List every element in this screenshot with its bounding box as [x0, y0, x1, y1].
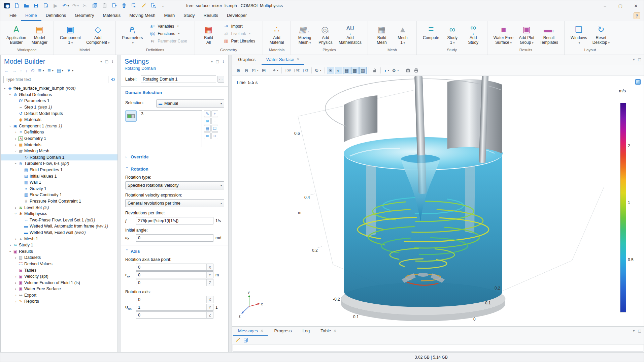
- tree-item-tables[interactable]: ›⊞ Tables: [1, 267, 117, 273]
- add-material-button[interactable]: ∴ Add Material: [266, 23, 287, 46]
- tree-item-wall-1[interactable]: ›▥ Wall 1: [1, 179, 117, 186]
- environment-reflections-icon[interactable]: ◐: [335, 67, 342, 74]
- tab-messages[interactable]: Messages✕: [233, 327, 268, 336]
- add-plot-group-button[interactable]: ▣ Add Plot Group▾: [516, 23, 537, 46]
- clear-brush-icon[interactable]: [140, 2, 147, 9]
- menu-tab-developer[interactable]: Developer: [223, 11, 251, 21]
- view-yz-icon[interactable]: ↑yz: [293, 67, 301, 74]
- tree-item-free-surface-mixer-ls-mph[interactable]: ›◈ free_surface_mixer_ls.mph(root): [1, 85, 117, 92]
- build-mesh-button[interactable]: ▦ Build Mesh: [371, 23, 392, 46]
- float-panel-icon[interactable]: ▢: [105, 59, 108, 64]
- deselect-icon[interactable]: ⊙: [211, 132, 218, 139]
- box-select-icon[interactable]: [130, 2, 137, 9]
- application-builder-button[interactable]: A Application Builder: [4, 23, 29, 46]
- show-icon[interactable]: ⊙: [30, 67, 36, 74]
- close-button[interactable]: ✕: [628, 0, 644, 11]
- parameter-case-button[interactable]: PiParameter Case: [147, 38, 189, 44]
- collapse-arrow-icon[interactable]: ›: [14, 149, 18, 153]
- tree-item-level-set[interactable]: ›≋ Level Set(ls): [1, 204, 117, 211]
- menu-tab-results[interactable]: Results: [199, 11, 223, 21]
- tree-item-study-1[interactable]: ›∞ Study 1: [1, 242, 117, 248]
- undo-icon[interactable]: ↶▾: [62, 2, 69, 9]
- expand-arrow-icon[interactable]: ›: [13, 293, 18, 297]
- filter-input[interactable]: [3, 76, 108, 83]
- tree-item-initial-values-1[interactable]: ›▤ Initial Values 1: [1, 173, 117, 179]
- selection-colors-icon[interactable]: ▨: [359, 67, 367, 74]
- float-panel-icon[interactable]: ▢: [638, 329, 641, 333]
- toolbar-overflow-icon[interactable]: ⌄: [159, 2, 167, 9]
- print-icon[interactable]: [412, 67, 420, 74]
- play-icon[interactable]: ▶: [52, 2, 59, 9]
- menu-tab-home[interactable]: Home: [21, 11, 41, 21]
- tree-item-component-1[interactable]: ›▣ Component 1(comp 1): [1, 123, 117, 129]
- nav-back-icon[interactable]: ←: [3, 67, 10, 74]
- menu-tab-definitions[interactable]: Definitions: [41, 11, 71, 21]
- tab-progress[interactable]: Progress: [269, 327, 296, 336]
- component-1-button[interactable]: ▣ Component 1▾: [57, 23, 83, 46]
- redo-icon[interactable]: ↷▾: [71, 2, 79, 9]
- tree-item-wetted-wall-fixed-wall[interactable]: ›▬ Wetted Wall, Fixed wall(ww2): [1, 230, 117, 236]
- rotation-axis-y-input[interactable]: [136, 304, 213, 311]
- axis-header[interactable]: Axis: [131, 249, 140, 254]
- expand-arrow-icon[interactable]: ›: [13, 274, 18, 278]
- tab-graphics[interactable]: Graphics: [233, 55, 260, 65]
- tree-item-parameters-1[interactable]: ›Pi Parameters 1: [1, 98, 117, 104]
- go-to-default-view-icon[interactable]: ⌖▾: [272, 67, 279, 74]
- selection-dropdown[interactable]: ▬ Manual ▾: [156, 99, 224, 108]
- zoom-in-icon[interactable]: ⊕: [235, 67, 242, 74]
- collapse-arrow-icon[interactable]: ›: [14, 161, 18, 166]
- collapse-arrow-icon[interactable]: ›: [14, 212, 18, 216]
- tree-item-mesh-1[interactable]: ›▲ Mesh 1: [1, 236, 117, 242]
- float-panel-icon[interactable]: ▢: [215, 59, 219, 64]
- duplicate-icon[interactable]: [110, 2, 118, 9]
- rotation-axis-x-input[interactable]: [136, 296, 213, 303]
- help-button[interactable]: ?: [634, 12, 640, 19]
- tree-item-definitions[interactable]: ›≡ Definitions: [1, 129, 117, 135]
- tree-item-two-phase-flow-level-set-1[interactable]: ›∽ Two-Phase Flow, Level Set 1(tpf1): [1, 217, 117, 223]
- minimize-button[interactable]: –: [597, 0, 613, 11]
- collapse-arrow-icon[interactable]: ›: [8, 249, 12, 253]
- snapshot-icon[interactable]: [404, 67, 412, 74]
- tree-item-step-1[interactable]: ›⌐ Step 1(step 1): [1, 104, 117, 111]
- app-logo-icon[interactable]: [3, 2, 10, 9]
- scene-light-icon[interactable]: ☀: [327, 67, 334, 74]
- tree-item-volume-fraction-of-fluid-1-ls[interactable]: ›▣ Volume Fraction of Fluid 1 (ls): [1, 279, 117, 286]
- menu-tab-study[interactable]: Study: [179, 11, 199, 21]
- tree-item-reports[interactable]: ›✎ Reports: [1, 298, 117, 305]
- selection-list[interactable]: 3: [139, 110, 202, 147]
- tree-item-export[interactable]: ›↦ Export: [1, 292, 117, 299]
- menu-tab-materials[interactable]: Materials: [98, 11, 125, 21]
- menu-tab-file[interactable]: File: [5, 11, 21, 21]
- study-1-button[interactable]: ∞ Study 1▾: [442, 23, 463, 46]
- windows-button[interactable]: ❏ Windows ▾: [568, 23, 590, 46]
- show-grid-icon[interactable]: ▦: [343, 67, 350, 74]
- tree-item-flow-continuity-1[interactable]: ›▥ Flow Continuity 1: [1, 192, 117, 198]
- save-icon[interactable]: [32, 2, 40, 9]
- color-theme-icon[interactable]: ◑▾: [383, 67, 390, 74]
- base-point-z-input[interactable]: [136, 279, 213, 286]
- livelink-button[interactable]: ⇄LiveLink▾: [221, 30, 257, 37]
- collapse-arrow-icon[interactable]: ›: [8, 92, 12, 97]
- plot-settings-icon[interactable]: [635, 79, 641, 85]
- tree-item-global-definitions[interactable]: ›⊕ Global Definitions: [1, 92, 117, 98]
- base-point-x-input[interactable]: [136, 264, 213, 271]
- tree-item-geometry-1[interactable]: ›A Geometry 1: [1, 135, 117, 142]
- tab-water-surface[interactable]: Water Surface✕: [262, 55, 304, 65]
- menu-tab-mesh[interactable]: Mesh: [160, 11, 179, 21]
- filter-icon[interactable]: ▼▾: [66, 67, 74, 74]
- menu-tab-moving-mesh[interactable]: Moving Mesh: [125, 11, 160, 21]
- rotation-header[interactable]: Rotation: [131, 167, 148, 172]
- zoom-out-icon[interactable]: ⊖: [243, 67, 250, 74]
- panel-menu-icon[interactable]: ▾: [633, 57, 635, 62]
- tab-log[interactable]: Log: [298, 327, 315, 336]
- collapse-arrow-icon[interactable]: ›: [125, 167, 129, 172]
- expand-arrow-icon[interactable]: ›: [13, 287, 18, 291]
- add-mathematics-button[interactable]: ΔU↓ Add Mathematics: [336, 23, 364, 46]
- expand-arrow-icon[interactable]: ›: [13, 137, 18, 141]
- tree-item-default-model-inputs[interactable]: ›↺ Default Model Inputs: [1, 110, 117, 117]
- expand-arrow-icon[interactable]: ›: [13, 237, 18, 241]
- move-down-icon[interactable]: ↓: [25, 67, 29, 74]
- panel-menu-icon[interactable]: ▾: [211, 59, 213, 64]
- label-input[interactable]: [141, 76, 216, 83]
- nav-forward-icon[interactable]: →: [11, 67, 18, 74]
